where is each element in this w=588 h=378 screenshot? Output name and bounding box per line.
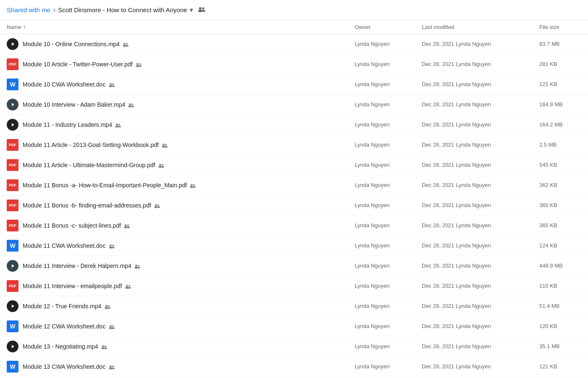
breadcrumb-dropdown-icon[interactable]: ▾ — [190, 6, 193, 14]
table-row[interactable]: Module 12 - True Friends.mp4 Lynda Nguye… — [0, 296, 588, 316]
file-size: 121 KB — [539, 81, 581, 87]
file-modified: Dec 28, 2021 Lynda Nguyen — [422, 242, 539, 249]
file-size: 362 KB — [539, 182, 581, 188]
file-modified: Dec 28, 2021 Lynda Nguyen — [422, 262, 539, 269]
table-row[interactable]: W Module 11 CWA Worksheet.doc Lynda Nguy… — [0, 236, 588, 256]
svg-point-72 — [105, 345, 106, 347]
svg-point-37 — [193, 184, 195, 186]
breadcrumb-chevron-icon: › — [53, 5, 55, 14]
shared-icon — [134, 262, 141, 269]
file-type-icon: W — [7, 240, 18, 252]
table-row[interactable]: PDF Module 11 Bonus -b- finding-email-ad… — [0, 195, 588, 215]
svg-point-41 — [157, 204, 159, 206]
table-row[interactable]: PDF Module 11 Bonus -c- subject-lines.pd… — [0, 215, 588, 236]
svg-point-56 — [126, 285, 128, 287]
shared-icon — [122, 41, 129, 47]
column-name-header[interactable]: Name ↑ — [7, 24, 355, 30]
file-owner: Lynda Nguyen — [355, 303, 422, 309]
svg-point-42 — [157, 206, 160, 208]
file-size: 281 KB — [539, 61, 581, 67]
file-name: Module 12 - True Friends.mp4 — [23, 303, 111, 310]
file-name: Module 10 CWA Worksheet.doc — [23, 81, 115, 88]
modified-date: Dec 28, 2021 — [422, 363, 454, 370]
breadcrumb-current-folder[interactable]: Scott Dinsmore - How to Connect with Any… — [58, 6, 187, 13]
file-name-cell: PDF Module 11 Bonus -c- subject-lines.pd… — [7, 220, 355, 231]
shared-icon — [123, 222, 130, 229]
table-row[interactable]: PDF Module 11 Article - Ultimate-Masterm… — [0, 155, 588, 175]
svg-marker-69 — [12, 345, 14, 348]
modified-date: Dec 28, 2021 — [422, 222, 454, 228]
svg-point-52 — [135, 265, 137, 267]
table-row[interactable]: PDF Module 11 Interview - emailpeople.pd… — [0, 276, 588, 296]
breadcrumb-shared-link[interactable]: Shared with me — [7, 6, 50, 13]
table-row[interactable]: Module 10 Interview - Adam Baker.mp4 Lyn… — [0, 94, 588, 115]
svg-point-64 — [107, 307, 110, 309]
modified-by: Lynda Nguyen — [456, 242, 491, 249]
file-owner: Lynda Nguyen — [355, 343, 422, 349]
table-row[interactable]: W Module 12 CWA Worksheet.doc Lynda Nguy… — [0, 316, 588, 336]
file-modified: Dec 28, 2021 Lynda Nguyen — [422, 121, 539, 128]
svg-point-45 — [127, 224, 129, 226]
file-size: 110 KB — [539, 283, 581, 289]
file-modified: Dec 28, 2021 Lynda Nguyen — [422, 182, 539, 188]
file-name-cell: Module 11 Interview - Derek Halpern.mp4 — [7, 260, 355, 272]
svg-point-16 — [112, 85, 114, 87]
shared-icon — [135, 61, 142, 68]
table-row[interactable]: Module 10 - Online Connections.mp4 Lynda… — [0, 34, 588, 54]
modified-date: Dec 28, 2021 — [422, 101, 454, 108]
svg-point-66 — [109, 327, 112, 329]
svg-point-77 — [112, 368, 114, 369]
file-modified: Dec 28, 2021 Lynda Nguyen — [422, 142, 539, 148]
file-owner: Lynda Nguyen — [355, 182, 422, 188]
file-owner: Lynda Nguyen — [355, 363, 422, 370]
file-type-icon: PDF — [7, 200, 18, 211]
file-modified: Dec 28, 2021 Lynda Nguyen — [422, 303, 539, 309]
svg-point-14 — [109, 85, 112, 87]
svg-point-32 — [159, 166, 162, 168]
svg-point-0 — [199, 7, 201, 10]
modified-by: Lynda Nguyen — [456, 283, 491, 289]
file-name-cell: Module 13 - Negotiating.mp4 — [7, 341, 355, 352]
file-name: Module 10 Article - Twitter-Power-User.p… — [23, 61, 142, 68]
svg-point-74 — [110, 365, 112, 368]
file-owner: Lynda Nguyen — [355, 81, 422, 87]
table-row[interactable]: Module 13 - Negotiating.mp4 Lynda Nguyen… — [0, 336, 588, 357]
table-row[interactable]: Module 11 - Industry Leaders.mp4 Lynda N… — [0, 115, 588, 135]
shared-icon — [108, 81, 115, 88]
file-name-cell: PDF Module 11 Article - 2013-Goal-Settin… — [7, 139, 355, 151]
svg-point-13 — [110, 83, 112, 85]
table-row[interactable]: PDF Module 11 Bonus -a- How-to-Email-Imp… — [0, 175, 588, 195]
shared-icon — [108, 242, 115, 249]
table-row[interactable]: PDF Module 11 Article - 2013-Goal-Settin… — [0, 135, 588, 155]
svg-point-21 — [131, 105, 134, 107]
svg-point-75 — [109, 368, 112, 370]
svg-point-23 — [116, 123, 118, 126]
svg-point-59 — [128, 287, 131, 289]
file-modified: Dec 28, 2021 Lynda Nguyen — [422, 323, 539, 329]
file-name: Module 12 CWA Worksheet.doc — [23, 323, 115, 330]
svg-point-18 — [129, 103, 131, 105]
file-name-cell: W Module 13 CWA Worksheet.doc — [7, 361, 355, 373]
svg-point-38 — [193, 186, 196, 188]
file-name: Module 10 - Online Connections.mp4 — [23, 41, 129, 47]
table-row[interactable]: Module 11 Interview - Derek Halpern.mp4 … — [0, 256, 588, 276]
file-name-cell: W Module 12 CWA Worksheet.doc — [7, 320, 355, 332]
table-row[interactable]: W Module 10 CWA Worksheet.doc Lynda Nguy… — [0, 74, 588, 94]
file-name: Module 11 Bonus -a- How-to-Email-Importa… — [23, 182, 196, 189]
modified-date: Dec 28, 2021 — [422, 61, 454, 67]
file-size: 124 KB — [539, 242, 581, 249]
breadcrumb-people-icon[interactable] — [197, 5, 206, 14]
shared-icon — [161, 142, 168, 148]
svg-point-26 — [118, 126, 121, 127]
svg-point-28 — [162, 146, 165, 148]
table-row[interactable]: PDF Module 10 Article - Twitter-Power-Us… — [0, 54, 588, 74]
file-name-cell: PDF Module 10 Article - Twitter-Power-Us… — [7, 58, 355, 70]
file-name-cell: PDF Module 11 Bonus -b- finding-email-ad… — [7, 200, 355, 211]
file-size: 83.7 MB — [539, 41, 581, 47]
file-size: 365 KB — [539, 202, 581, 208]
shared-icon — [158, 162, 165, 168]
file-type-icon: PDF — [7, 139, 18, 151]
shared-icon — [108, 323, 115, 330]
table-row[interactable]: W Module 13 CWA Worksheet.doc Lynda Nguy… — [0, 357, 588, 377]
file-name: Module 11 Article - Ultimate-Mastermind-… — [23, 162, 165, 168]
